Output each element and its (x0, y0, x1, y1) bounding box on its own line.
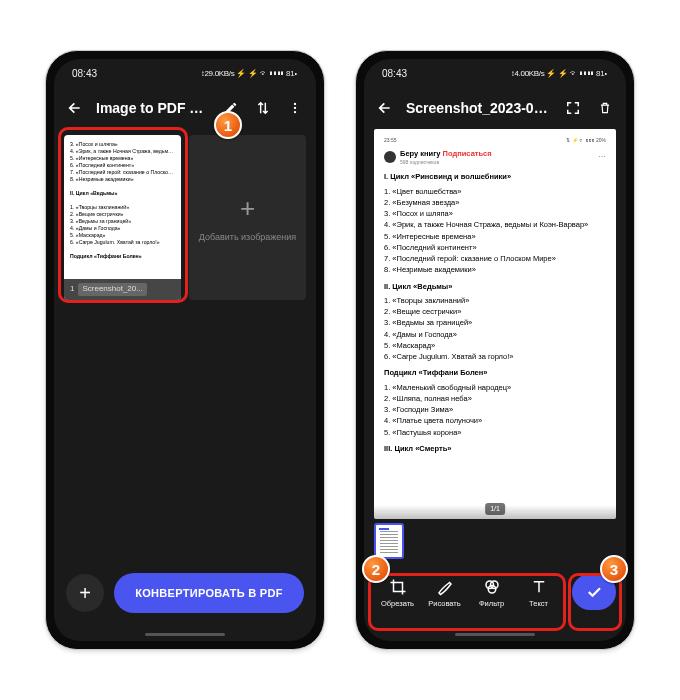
add-tile-label: Добавить изображения (199, 232, 296, 242)
thumb-index: 1 (70, 284, 74, 295)
draw-tool[interactable]: Рисовать (423, 577, 467, 608)
edit-icon[interactable] (220, 97, 242, 119)
more-icon[interactable] (284, 97, 306, 119)
subscriber-count: 598 подписчиков (400, 159, 492, 167)
crop-icon (388, 577, 408, 597)
filter-icon (482, 577, 502, 597)
mini-status-time: 23:55 (384, 137, 397, 145)
statusbar: 08:43 ↕29.0KB/s ⚡ ⚡ ᯤ ▮▮▮▮ 81▸ (54, 59, 316, 87)
text-tool[interactable]: Текст (517, 577, 561, 608)
image-preview[interactable]: 23:55⇅ ⚡ ᯤ ▯▯▯ 20% Беру книгу Подписатьс… (374, 129, 616, 519)
avatar (384, 151, 396, 163)
plus-icon: + (240, 193, 255, 224)
fullscreen-icon[interactable] (562, 97, 584, 119)
mini-thumbnail[interactable] (374, 523, 404, 559)
status-time: 08:43 (382, 68, 407, 79)
sort-icon[interactable] (252, 97, 274, 119)
phone-left: 08:43 ↕29.0KB/s ⚡ ⚡ ᯤ ▮▮▮▮ 81▸ Image to … (45, 50, 325, 650)
text-label: Текст (529, 599, 548, 608)
thumb-filename: Screenshot_20... (78, 283, 146, 296)
page-thumbnail[interactable]: 3. «Посох и шляпа»4. «Эрик, а также Ночн… (64, 135, 181, 300)
phone-right: 08:43 ↕4.00KB/s ⚡ ⚡ ᯤ ▮▮▮▮ 81▸ Screensho… (355, 50, 635, 650)
svg-point-1 (294, 107, 296, 109)
text-icon (529, 577, 549, 597)
gesture-bar (54, 627, 316, 641)
gesture-bar (364, 627, 626, 641)
convert-button[interactable]: КОНВЕРТИРОВАТЬ В PDF (114, 573, 304, 613)
appbar: Image to PDF 2023 (54, 87, 316, 129)
subscribe-link: Подписаться (443, 149, 492, 158)
thumbnail-strip (364, 519, 626, 563)
svg-point-5 (488, 585, 496, 593)
add-image-tile[interactable]: + Добавить изображения (189, 135, 306, 300)
status-time: 08:43 (72, 68, 97, 79)
draw-label: Рисовать (428, 599, 460, 608)
svg-point-2 (294, 111, 296, 113)
appbar: Screenshot_2023-06-01... (364, 87, 626, 129)
add-fab[interactable]: + (66, 574, 104, 612)
filter-label: Фильтр (479, 599, 504, 608)
page-indicator: 1/1 (485, 503, 505, 516)
statusbar: 08:43 ↕4.00KB/s ⚡ ⚡ ᯤ ▮▮▮▮ 81▸ (364, 59, 626, 87)
appbar-title: Image to PDF 2023 (96, 100, 210, 116)
back-icon[interactable] (374, 97, 396, 119)
status-indicators: ↕4.00KB/s ⚡ ⚡ ᯤ ▮▮▮▮ 81▸ (511, 69, 608, 78)
mini-status-right: ⇅ ⚡ ᯤ ▯▯▯ 20% (566, 137, 606, 145)
edit-toolbar: Обрезать Рисовать Фильтр Текст (374, 573, 562, 612)
crop-tool[interactable]: Обрезать (376, 577, 420, 608)
crop-label: Обрезать (381, 599, 414, 608)
appbar-title: Screenshot_2023-06-01... (406, 100, 552, 116)
done-button[interactable] (572, 574, 616, 610)
channel-name: Беру книгу (400, 149, 441, 158)
back-icon[interactable] (64, 97, 86, 119)
filter-tool[interactable]: Фильтр (470, 577, 514, 608)
delete-icon[interactable] (594, 97, 616, 119)
svg-point-0 (294, 103, 296, 105)
draw-icon (435, 577, 455, 597)
status-indicators: ↕29.0KB/s ⚡ ⚡ ᯤ ▮▮▮▮ 81▸ (201, 69, 298, 78)
